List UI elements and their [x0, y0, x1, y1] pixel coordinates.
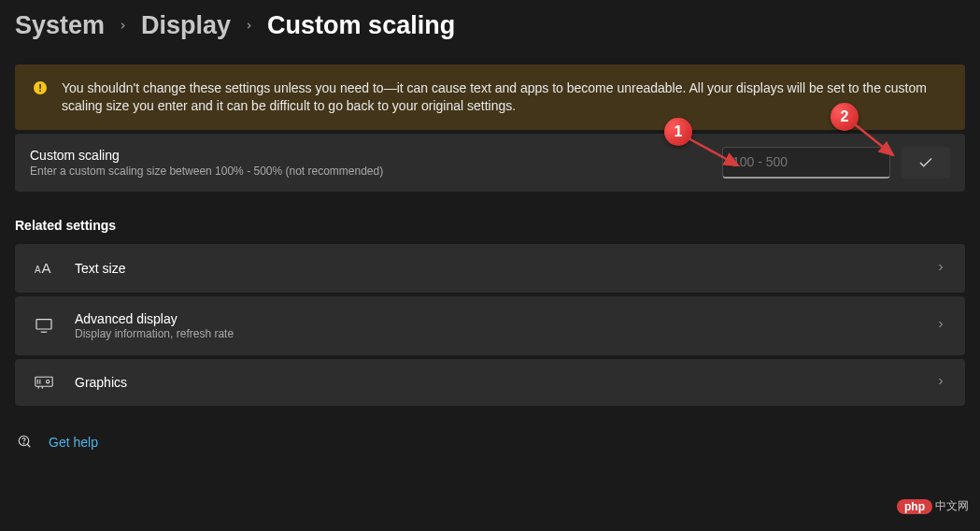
- svg-point-11: [23, 443, 24, 444]
- warning-icon: !: [34, 81, 47, 94]
- scaling-subtitle: Enter a custom scaling size between 100%…: [30, 165, 711, 178]
- warning-banner: ! You shouldn't change these settings un…: [15, 65, 965, 130]
- apply-button[interactable]: [902, 147, 950, 179]
- chevron-right-icon: [118, 16, 128, 36]
- setting-graphics[interactable]: Graphics: [15, 359, 965, 406]
- arrow-1: [684, 134, 749, 176]
- check-icon: [917, 154, 934, 171]
- chevron-right-icon: [935, 260, 946, 277]
- graphics-icon: [34, 375, 54, 390]
- help-label: Get help: [49, 435, 98, 450]
- svg-line-12: [689, 138, 738, 165]
- watermark: php 中文网: [897, 498, 969, 514]
- svg-point-7: [47, 380, 50, 382]
- watermark-php: php: [897, 499, 932, 514]
- related-settings-header: Related settings: [15, 218, 965, 233]
- custom-scaling-row: Custom scaling Enter a custom scaling si…: [15, 134, 965, 192]
- setting-title: Advanced display: [75, 311, 915, 326]
- setting-advanced-display[interactable]: Advanced display Display information, re…: [15, 296, 965, 355]
- svg-line-13: [855, 124, 893, 155]
- warning-text: You shouldn't change these settings unle…: [62, 79, 946, 115]
- svg-text:A: A: [35, 265, 41, 275]
- chevron-right-icon: [935, 374, 946, 391]
- breadcrumb-display[interactable]: Display: [141, 11, 231, 40]
- get-help-link[interactable]: Get help: [15, 434, 965, 451]
- breadcrumb: System Display Custom scaling: [15, 11, 965, 40]
- setting-title: Text size: [75, 261, 915, 276]
- svg-text:A: A: [42, 260, 51, 276]
- setting-title: Graphics: [75, 375, 915, 390]
- breadcrumb-current: Custom scaling: [267, 11, 455, 40]
- watermark-cn: 中文网: [935, 498, 969, 514]
- monitor-icon: [34, 318, 54, 333]
- scaling-title: Custom scaling: [30, 148, 711, 163]
- setting-subtitle: Display information, refresh rate: [75, 327, 915, 340]
- text-size-icon: AA: [34, 259, 54, 278]
- arrow-2: [850, 120, 906, 166]
- chevron-right-icon: [244, 16, 254, 36]
- svg-rect-2: [36, 320, 51, 329]
- setting-text-size[interactable]: AA Text size: [15, 244, 965, 293]
- chevron-right-icon: [935, 317, 946, 334]
- breadcrumb-system[interactable]: System: [15, 11, 105, 40]
- help-icon: [15, 434, 36, 451]
